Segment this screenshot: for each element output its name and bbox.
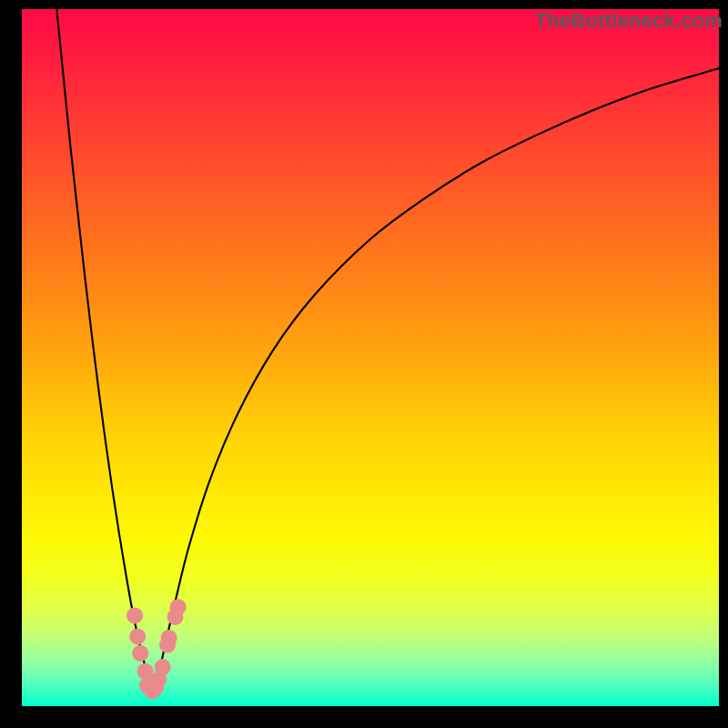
marker-dot [132,645,148,662]
series-right-branch [153,68,719,695]
marker-dot [126,607,143,623]
watermark-text: TheBottleneck.com [535,9,723,33]
chart-frame: TheBottleneck.com [0,0,728,728]
marker-dot [155,659,171,675]
marker-dot [161,630,177,646]
marker-dot [170,599,187,615]
plot-area [22,9,719,706]
curve-layer [22,9,719,706]
marker-dot [129,628,146,644]
bottleneck-curve [56,9,719,696]
marker-dots [126,599,186,699]
series-left-branch [56,9,153,696]
